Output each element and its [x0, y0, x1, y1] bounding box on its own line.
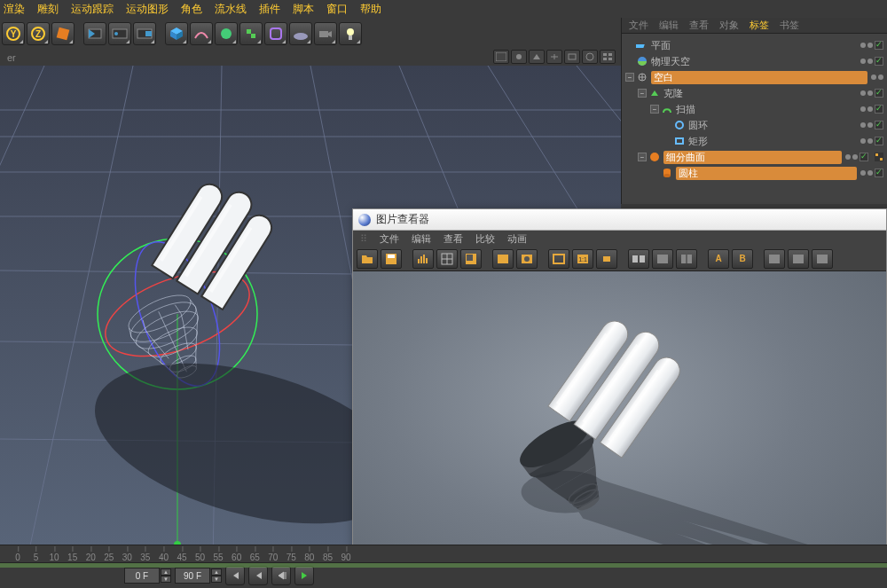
add-environment-button[interactable] — [289, 22, 312, 45]
expand-toggle[interactable]: − — [638, 89, 647, 98]
undo-button[interactable]: Y — [2, 22, 25, 45]
expand-toggle[interactable]: − — [638, 153, 647, 161]
add-spline-button[interactable] — [190, 22, 213, 45]
menu-script[interactable]: 脚本 — [293, 2, 314, 17]
pv-menu-edit[interactable]: 编辑 — [412, 232, 431, 246]
menu-window[interactable]: 窗口 — [326, 2, 348, 17]
menu-help[interactable]: 帮助 — [360, 2, 381, 17]
nav-icon-6[interactable] — [582, 50, 598, 64]
expand-toggle[interactable]: − — [625, 73, 634, 82]
pv-channels-button[interactable] — [436, 249, 458, 269]
object-name[interactable]: 细分曲面 — [663, 151, 842, 164]
render-picture-button[interactable] — [108, 22, 131, 45]
object-tree[interactable]: 平面物理天空−空白−克隆−扫描圆环矩形−细分曲面 圆柱 — [622, 34, 887, 184]
add-cube-button[interactable] — [165, 22, 188, 45]
live-button[interactable] — [51, 22, 75, 45]
goto-start-button[interactable] — [225, 566, 245, 585]
object-name[interactable]: 圆柱 — [676, 167, 857, 180]
add-deformer-button[interactable] — [264, 22, 287, 45]
pv-histogram-button[interactable] — [412, 249, 434, 269]
add-generator-button[interactable] — [239, 22, 263, 45]
timeline-ruler[interactable]: 051015202530354045505560657075808590 — [0, 545, 887, 563]
tree-row-7[interactable]: −细分曲面 — [625, 149, 883, 165]
tree-row-1[interactable]: 物理天空 — [625, 53, 883, 69]
object-name[interactable]: 克隆 — [663, 87, 857, 100]
nav-icon-1[interactable] — [493, 50, 509, 64]
tree-row-5[interactable]: 圆环 — [625, 117, 883, 133]
pv-open-button[interactable] — [357, 249, 378, 269]
play-back-button[interactable] — [271, 566, 291, 585]
play-button[interactable] — [294, 566, 314, 585]
enable-check[interactable] — [875, 121, 883, 129]
nav-icon-7[interactable] — [600, 50, 616, 64]
phong-tag-icon[interactable] — [875, 153, 883, 161]
pv-a-button[interactable]: A — [708, 249, 729, 269]
pv-play-button[interactable] — [788, 249, 809, 269]
render-settings-button[interactable] — [133, 22, 156, 45]
visibility-dots[interactable] — [860, 121, 883, 129]
object-name[interactable]: 物理天空 — [651, 55, 857, 68]
visibility-dots[interactable] — [860, 105, 883, 114]
object-name[interactable]: 扫描 — [676, 103, 857, 116]
enable-check[interactable] — [875, 89, 883, 98]
visibility-dots[interactable] — [860, 137, 883, 145]
tree-row-0[interactable]: 平面 — [625, 37, 883, 53]
pv-menu-compare[interactable]: 比较 — [475, 232, 495, 246]
pv-zoom-fit-button[interactable] — [548, 249, 569, 269]
pv-compare-button[interactable] — [676, 249, 697, 269]
menu-character[interactable]: 角色 — [181, 2, 202, 17]
add-camera-button[interactable] — [314, 22, 337, 45]
frame-down[interactable]: ▼ — [161, 576, 171, 583]
end-frame-input[interactable] — [175, 568, 210, 584]
expand-toggle[interactable]: − — [650, 105, 659, 114]
pv-next-button[interactable] — [812, 249, 833, 269]
pv-zoom-100-button[interactable]: 1:1 — [572, 249, 593, 269]
tree-row-6[interactable]: 矩形 — [625, 133, 883, 149]
enable-check[interactable] — [875, 57, 883, 66]
pv-save-button[interactable] — [381, 249, 402, 269]
object-name[interactable]: 平面 — [651, 39, 857, 52]
om-tab-file[interactable]: 文件 — [629, 19, 648, 32]
om-tab-view[interactable]: 查看 — [689, 19, 709, 32]
pv-ab-button[interactable] — [628, 249, 649, 269]
picture-viewer-titlebar[interactable]: 图片查看器 — [353, 209, 886, 231]
object-name[interactable]: 空白 — [651, 71, 867, 84]
om-tab-objects[interactable]: 对象 — [719, 19, 739, 32]
enable-check[interactable] — [875, 169, 883, 177]
om-tab-tags[interactable]: 标签 — [750, 19, 769, 32]
object-name[interactable]: 矩形 — [688, 135, 857, 148]
pv-navigator-button[interactable] — [460, 249, 482, 269]
nav-icon-2[interactable] — [511, 50, 527, 64]
pv-b-button[interactable]: B — [732, 249, 753, 269]
redo-button[interactable]: Z — [27, 22, 50, 45]
menu-mograph[interactable]: 运动图形 — [126, 2, 169, 17]
render-view-button[interactable] — [83, 22, 106, 45]
nav-icon-3[interactable] — [529, 50, 545, 64]
pv-clear-button[interactable] — [516, 249, 538, 269]
enable-check[interactable] — [875, 105, 883, 114]
menu-tracker[interactable]: 运动跟踪 — [71, 2, 114, 17]
visibility-dots[interactable] — [845, 152, 883, 162]
tree-row-2[interactable]: −空白 — [625, 69, 883, 85]
pv-menu-view[interactable]: 查看 — [444, 232, 463, 246]
visibility-dots[interactable] — [871, 74, 883, 80]
add-nurbs-button[interactable] — [215, 22, 238, 45]
visibility-dots[interactable] — [860, 169, 883, 177]
pv-menu-anim[interactable]: 动画 — [507, 232, 527, 246]
menu-render[interactable]: 渲染 — [4, 2, 25, 17]
picture-viewer-window[interactable]: 图片查看器 ⠿ 文件 编辑 查看 比较 动画 1:1 A B — [352, 208, 887, 588]
pv-lock-button[interactable] — [492, 249, 514, 269]
pv-zoom-half-button[interactable] — [596, 249, 617, 269]
frame-up[interactable]: ▲ — [161, 568, 171, 576]
object-name[interactable]: 圆环 — [688, 119, 857, 132]
visibility-dots[interactable] — [860, 57, 883, 66]
menu-plugins[interactable]: 插件 — [259, 2, 280, 17]
endframe-up[interactable]: ▲ — [211, 568, 222, 576]
visibility-dots[interactable] — [860, 89, 883, 98]
current-frame-input[interactable] — [124, 568, 160, 584]
menu-pipeline[interactable]: 流水线 — [215, 2, 247, 17]
enable-check[interactable] — [875, 137, 883, 145]
visibility-dots[interactable] — [860, 41, 883, 50]
timeline-track[interactable] — [0, 563, 887, 568]
om-tab-edit[interactable]: 编辑 — [659, 19, 679, 32]
